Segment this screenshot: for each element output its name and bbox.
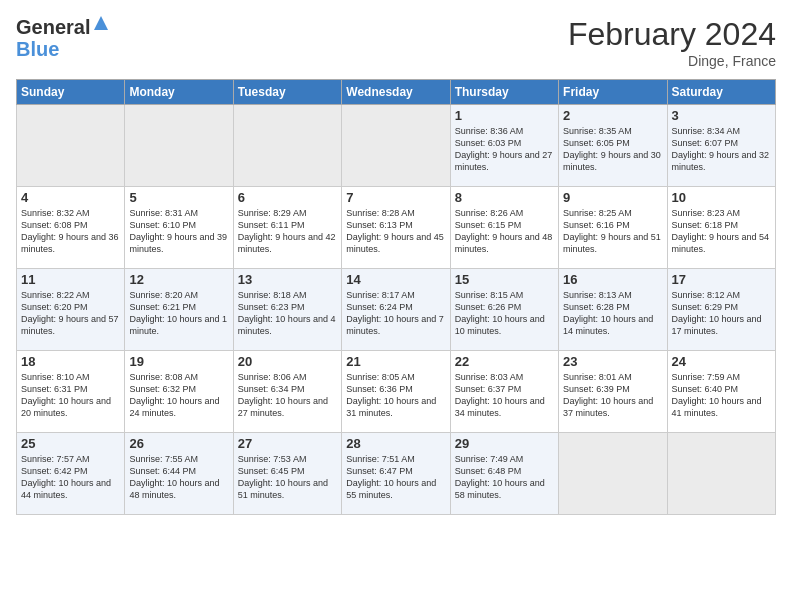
day-number: 14 [346,272,445,287]
svg-marker-0 [94,16,108,30]
table-row: 26Sunrise: 7:55 AM Sunset: 6:44 PM Dayli… [125,433,233,515]
calendar-table: Sunday Monday Tuesday Wednesday Thursday… [16,79,776,515]
day-number: 2 [563,108,662,123]
table-row [125,105,233,187]
calendar-title: February 2024 [568,16,776,53]
col-monday: Monday [125,80,233,105]
table-row: 8Sunrise: 8:26 AM Sunset: 6:15 PM Daylig… [450,187,558,269]
day-info: Sunrise: 7:53 AM Sunset: 6:45 PM Dayligh… [238,453,337,502]
day-info: Sunrise: 8:05 AM Sunset: 6:36 PM Dayligh… [346,371,445,420]
day-info: Sunrise: 8:03 AM Sunset: 6:37 PM Dayligh… [455,371,554,420]
table-row: 10Sunrise: 8:23 AM Sunset: 6:18 PM Dayli… [667,187,775,269]
day-number: 16 [563,272,662,287]
day-number: 28 [346,436,445,451]
day-info: Sunrise: 8:20 AM Sunset: 6:21 PM Dayligh… [129,289,228,338]
table-row: 5Sunrise: 8:31 AM Sunset: 6:10 PM Daylig… [125,187,233,269]
table-row: 9Sunrise: 8:25 AM Sunset: 6:16 PM Daylig… [559,187,667,269]
day-number: 20 [238,354,337,369]
day-number: 5 [129,190,228,205]
col-wednesday: Wednesday [342,80,450,105]
col-sunday: Sunday [17,80,125,105]
table-row [342,105,450,187]
table-row: 13Sunrise: 8:18 AM Sunset: 6:23 PM Dayli… [233,269,341,351]
day-number: 10 [672,190,771,205]
table-row [233,105,341,187]
day-info: Sunrise: 8:06 AM Sunset: 6:34 PM Dayligh… [238,371,337,420]
table-row: 1Sunrise: 8:36 AM Sunset: 6:03 PM Daylig… [450,105,558,187]
title-block: February 2024 Dinge, France [568,16,776,69]
day-info: Sunrise: 8:10 AM Sunset: 6:31 PM Dayligh… [21,371,120,420]
table-row: 20Sunrise: 8:06 AM Sunset: 6:34 PM Dayli… [233,351,341,433]
logo-text: General [16,16,90,38]
table-row: 7Sunrise: 8:28 AM Sunset: 6:13 PM Daylig… [342,187,450,269]
day-number: 8 [455,190,554,205]
day-info: Sunrise: 7:55 AM Sunset: 6:44 PM Dayligh… [129,453,228,502]
day-number: 23 [563,354,662,369]
day-number: 4 [21,190,120,205]
day-number: 12 [129,272,228,287]
day-number: 24 [672,354,771,369]
day-info: Sunrise: 8:15 AM Sunset: 6:26 PM Dayligh… [455,289,554,338]
table-row: 27Sunrise: 7:53 AM Sunset: 6:45 PM Dayli… [233,433,341,515]
calendar-week-2: 11Sunrise: 8:22 AM Sunset: 6:20 PM Dayli… [17,269,776,351]
table-row: 15Sunrise: 8:15 AM Sunset: 6:26 PM Dayli… [450,269,558,351]
table-row: 6Sunrise: 8:29 AM Sunset: 6:11 PM Daylig… [233,187,341,269]
day-info: Sunrise: 7:59 AM Sunset: 6:40 PM Dayligh… [672,371,771,420]
day-number: 6 [238,190,337,205]
day-info: Sunrise: 8:32 AM Sunset: 6:08 PM Dayligh… [21,207,120,256]
day-number: 19 [129,354,228,369]
day-info: Sunrise: 8:18 AM Sunset: 6:23 PM Dayligh… [238,289,337,338]
day-info: Sunrise: 7:51 AM Sunset: 6:47 PM Dayligh… [346,453,445,502]
col-tuesday: Tuesday [233,80,341,105]
day-number: 1 [455,108,554,123]
table-row: 11Sunrise: 8:22 AM Sunset: 6:20 PM Dayli… [17,269,125,351]
table-row: 14Sunrise: 8:17 AM Sunset: 6:24 PM Dayli… [342,269,450,351]
day-info: Sunrise: 8:25 AM Sunset: 6:16 PM Dayligh… [563,207,662,256]
table-row: 22Sunrise: 8:03 AM Sunset: 6:37 PM Dayli… [450,351,558,433]
day-number: 17 [672,272,771,287]
day-info: Sunrise: 8:01 AM Sunset: 6:39 PM Dayligh… [563,371,662,420]
day-number: 27 [238,436,337,451]
table-row [559,433,667,515]
table-row: 21Sunrise: 8:05 AM Sunset: 6:36 PM Dayli… [342,351,450,433]
table-row: 16Sunrise: 8:13 AM Sunset: 6:28 PM Dayli… [559,269,667,351]
day-info: Sunrise: 8:12 AM Sunset: 6:29 PM Dayligh… [672,289,771,338]
logo: General Blue [16,16,110,60]
table-row: 3Sunrise: 8:34 AM Sunset: 6:07 PM Daylig… [667,105,775,187]
day-info: Sunrise: 8:35 AM Sunset: 6:05 PM Dayligh… [563,125,662,174]
table-row: 2Sunrise: 8:35 AM Sunset: 6:05 PM Daylig… [559,105,667,187]
day-info: Sunrise: 8:08 AM Sunset: 6:32 PM Dayligh… [129,371,228,420]
header: General Blue February 2024 Dinge, France [16,16,776,69]
table-row: 12Sunrise: 8:20 AM Sunset: 6:21 PM Dayli… [125,269,233,351]
calendar-week-4: 25Sunrise: 7:57 AM Sunset: 6:42 PM Dayli… [17,433,776,515]
day-info: Sunrise: 8:26 AM Sunset: 6:15 PM Dayligh… [455,207,554,256]
day-number: 29 [455,436,554,451]
day-number: 13 [238,272,337,287]
day-info: Sunrise: 8:31 AM Sunset: 6:10 PM Dayligh… [129,207,228,256]
day-number: 21 [346,354,445,369]
day-info: Sunrise: 8:22 AM Sunset: 6:20 PM Dayligh… [21,289,120,338]
calendar-subtitle: Dinge, France [568,53,776,69]
table-row: 19Sunrise: 8:08 AM Sunset: 6:32 PM Dayli… [125,351,233,433]
day-info: Sunrise: 8:13 AM Sunset: 6:28 PM Dayligh… [563,289,662,338]
day-number: 22 [455,354,554,369]
day-info: Sunrise: 8:29 AM Sunset: 6:11 PM Dayligh… [238,207,337,256]
day-info: Sunrise: 8:34 AM Sunset: 6:07 PM Dayligh… [672,125,771,174]
table-row: 28Sunrise: 7:51 AM Sunset: 6:47 PM Dayli… [342,433,450,515]
day-number: 15 [455,272,554,287]
col-friday: Friday [559,80,667,105]
table-row: 18Sunrise: 8:10 AM Sunset: 6:31 PM Dayli… [17,351,125,433]
day-info: Sunrise: 8:17 AM Sunset: 6:24 PM Dayligh… [346,289,445,338]
col-thursday: Thursday [450,80,558,105]
logo-icon [92,14,110,32]
table-row [17,105,125,187]
day-number: 18 [21,354,120,369]
day-number: 25 [21,436,120,451]
table-row: 29Sunrise: 7:49 AM Sunset: 6:48 PM Dayli… [450,433,558,515]
day-number: 26 [129,436,228,451]
page: General Blue February 2024 Dinge, France… [0,0,792,612]
day-info: Sunrise: 8:28 AM Sunset: 6:13 PM Dayligh… [346,207,445,256]
calendar-week-0: 1Sunrise: 8:36 AM Sunset: 6:03 PM Daylig… [17,105,776,187]
calendar-week-1: 4Sunrise: 8:32 AM Sunset: 6:08 PM Daylig… [17,187,776,269]
table-row: 24Sunrise: 7:59 AM Sunset: 6:40 PM Dayli… [667,351,775,433]
